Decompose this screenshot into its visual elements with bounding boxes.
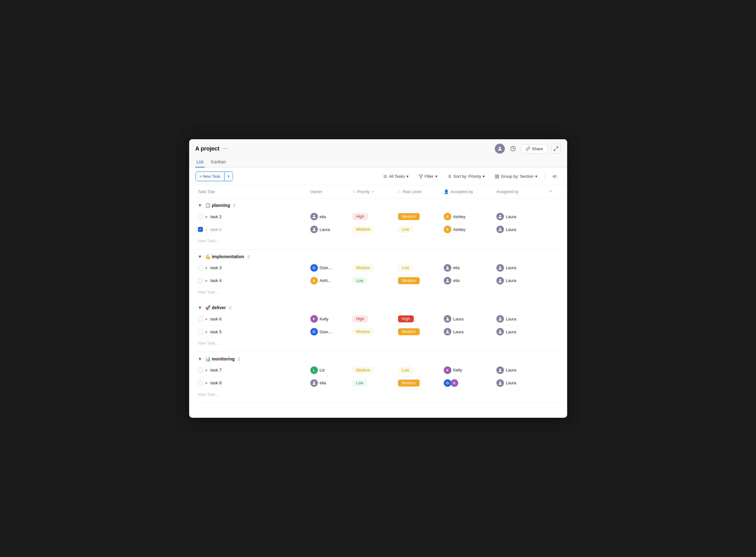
risk-badge[interactable]: High (398, 316, 414, 322)
priority-badge[interactable]: High (352, 316, 368, 322)
section-toggle[interactable]: ▼ (198, 203, 202, 208)
history-btn[interactable] (508, 144, 518, 154)
col-header-add[interactable]: + (547, 185, 561, 198)
sort-btn[interactable]: Sort by: Priority ▾ (444, 172, 489, 181)
task-checkbox[interactable] (198, 381, 203, 385)
assigned-by-name: Laura (506, 278, 516, 283)
task-name[interactable]: task 1 (211, 227, 222, 232)
risk-badge[interactable]: Low (398, 367, 413, 374)
task-name[interactable]: task 6 (211, 317, 222, 321)
new-task-row[interactable]: New Task... (195, 389, 561, 399)
task-name[interactable]: task 4 (211, 278, 222, 283)
risk-badge[interactable]: Medium (398, 213, 419, 220)
col-header-priority[interactable]: ○ Priority ↑ (350, 185, 395, 198)
app-window: A project ··· Share List (189, 139, 567, 418)
risk-badge[interactable]: Medium (398, 380, 419, 386)
task-checkbox[interactable] (198, 368, 203, 373)
new-task-placeholder[interactable]: New Task... (195, 338, 561, 348)
risk-badge[interactable]: Low (398, 264, 413, 271)
priority-badge[interactable]: Medium (352, 264, 374, 271)
task-accepted-cell: G K (441, 376, 494, 389)
task-assigned-cell: Laura (494, 274, 547, 287)
share-button[interactable]: Share (521, 144, 548, 153)
tab-list[interactable]: List (195, 157, 205, 168)
task-expand-btn[interactable]: ▶ (205, 215, 208, 218)
accepted-by-cell: A Ashley (444, 226, 492, 233)
task-name[interactable]: task 3 (211, 265, 222, 270)
task-name[interactable]: task 2 (211, 214, 222, 219)
avatar: G (444, 379, 451, 387)
toolbar-divider (545, 173, 545, 180)
table-row: ▶ task 3 G Gise... Medium Low elia (195, 262, 561, 274)
task-checkbox[interactable] (198, 214, 203, 219)
new-task-placeholder[interactable]: New Task... (195, 287, 561, 297)
new-task-placeholder[interactable]: New Task... (195, 236, 561, 246)
task-checkbox[interactable] (198, 265, 203, 270)
section-toggle[interactable]: ▼ (198, 356, 202, 361)
filter-btn[interactable]: Filter ▾ (415, 172, 441, 181)
task-owner-cell: L Liz (308, 364, 350, 377)
expand-btn[interactable] (551, 144, 561, 154)
table-row: ▷ task 1 Laura Medium Low A Ashley (195, 223, 561, 236)
task-expand-btn[interactable]: ▶ (205, 266, 208, 269)
task-owner-cell: elia (308, 376, 350, 389)
section-toggle[interactable]: ▼ (198, 305, 202, 310)
settings-btn[interactable] (549, 172, 561, 181)
all-tasks-label: All Tasks (389, 174, 405, 179)
assigned-by-cell: Laura (496, 367, 544, 374)
section-header: ▼ 📊 monitoring 2 (195, 352, 561, 364)
svg-point-19 (500, 215, 501, 216)
task-expand-btn[interactable]: ▷ (205, 228, 208, 231)
task-expand-btn[interactable]: ▶ (205, 368, 208, 372)
task-expand-btn[interactable]: ▶ (205, 381, 208, 385)
task-checkbox[interactable] (198, 316, 203, 321)
new-task-row[interactable]: New Task... (195, 287, 561, 297)
svg-line-2 (556, 147, 558, 148)
share-label: Share (532, 146, 543, 151)
new-task-main-btn[interactable]: + New Task (196, 172, 224, 181)
task-expand-btn[interactable]: ▶ (205, 279, 208, 282)
task-name[interactable]: task 8 (211, 381, 222, 385)
table-row: ▶ task 4 A Ashl... Low Medium elia (195, 274, 561, 287)
owner-cell: Laura (310, 226, 347, 233)
new-task-row[interactable]: New Task... (195, 236, 561, 246)
accepted-by-name: Ashley (453, 227, 466, 232)
new-task-row[interactable]: New Task... (195, 338, 561, 348)
priority-badge[interactable]: Low (352, 277, 367, 284)
svg-point-18 (313, 215, 315, 216)
risk-badge[interactable]: Medium (398, 277, 419, 284)
svg-point-20 (313, 228, 315, 229)
priority-badge[interactable]: Medium (352, 328, 374, 335)
task-name[interactable]: task 5 (211, 329, 222, 334)
task-action-cell (547, 223, 561, 236)
all-tasks-btn[interactable]: All Tasks ▾ (379, 172, 413, 181)
priority-badge[interactable]: High (352, 213, 368, 220)
task-expand-btn[interactable]: ▶ (205, 330, 208, 333)
avatar (310, 213, 318, 220)
tab-kanban[interactable]: Kanban (209, 157, 227, 168)
project-menu-btn[interactable]: ··· (222, 146, 229, 152)
section-planning: ▼ 📋 planning 2 (195, 198, 561, 211)
task-expand-btn[interactable]: ▶ (205, 317, 208, 321)
svg-point-24 (447, 279, 448, 281)
user-avatar[interactable] (495, 144, 505, 154)
task-accepted-cell: elia (441, 262, 494, 274)
table-row: ▶ task 8 elia Low Medium G K Laur (195, 376, 561, 389)
priority-badge[interactable]: Medium (352, 367, 374, 374)
task-checkbox[interactable] (198, 227, 203, 232)
section-toggle[interactable]: ▼ (198, 254, 202, 259)
new-task-dropdown-btn[interactable]: ▾ (224, 172, 233, 181)
priority-badge[interactable]: Medium (352, 226, 374, 233)
avatar (496, 367, 504, 374)
risk-badge[interactable]: Medium (398, 328, 419, 335)
col-header-accepted: 👤 Accepted by (441, 185, 494, 198)
task-checkbox[interactable] (198, 278, 203, 283)
task-title-cell: ▶ task 5 (195, 325, 308, 338)
add-column-btn[interactable]: + (549, 188, 553, 195)
risk-badge[interactable]: Low (398, 226, 413, 233)
priority-badge[interactable]: Low (352, 380, 367, 386)
new-task-placeholder[interactable]: New Task... (195, 389, 561, 399)
task-name[interactable]: task 7 (211, 368, 222, 372)
group-btn[interactable]: Group by: Section ▾ (491, 172, 541, 181)
task-checkbox[interactable] (198, 329, 203, 334)
